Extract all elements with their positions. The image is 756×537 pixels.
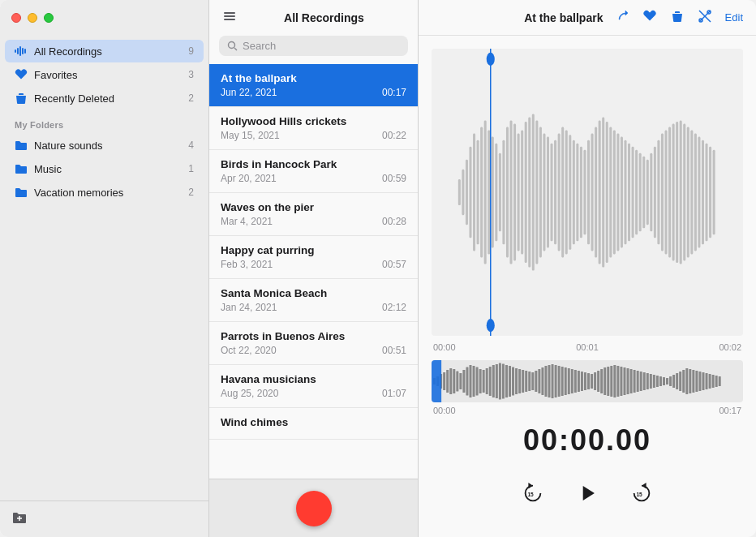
recording-duration: 02:12 xyxy=(382,302,406,313)
minimize-button[interactable] xyxy=(28,13,37,23)
sidebar-item-music[interactable]: Music 1 xyxy=(5,157,204,180)
record-button[interactable] xyxy=(296,491,332,526)
main-waveform[interactable] xyxy=(432,49,743,336)
svg-rect-152 xyxy=(640,372,642,391)
svg-rect-158 xyxy=(659,376,662,386)
play-button[interactable] xyxy=(569,475,605,511)
svg-rect-93 xyxy=(446,370,449,393)
favorite-button[interactable] xyxy=(642,9,657,27)
svg-rect-58 xyxy=(613,131,616,255)
svg-rect-161 xyxy=(669,376,672,386)
svg-rect-176 xyxy=(719,376,721,386)
recording-item-hancock[interactable]: Birds in Hancock Park Apr 20, 2021 00:59 xyxy=(209,150,418,193)
mini-waveform[interactable] xyxy=(432,360,743,402)
svg-rect-74 xyxy=(672,124,675,261)
svg-rect-52 xyxy=(591,134,594,251)
recording-item-windchimes[interactable]: Wind chimes xyxy=(209,408,418,440)
recordings-list: At the ballpark Jun 22, 2021 00:17 Holly… xyxy=(209,64,418,479)
svg-rect-135 xyxy=(584,372,586,390)
svg-rect-149 xyxy=(630,369,633,393)
recording-duration: 00:51 xyxy=(382,345,406,356)
svg-rect-114 xyxy=(515,368,518,394)
svg-rect-116 xyxy=(522,370,524,393)
svg-rect-54 xyxy=(599,121,601,264)
svg-rect-126 xyxy=(555,365,557,397)
edit-button[interactable]: Edit xyxy=(725,11,743,24)
recording-item-cat[interactable]: Happy cat purring Feb 3, 2021 00:57 xyxy=(209,236,418,279)
svg-rect-141 xyxy=(604,367,606,395)
svg-rect-143 xyxy=(610,366,612,397)
sidebar-item-recently-deleted[interactable]: Recently Deleted 2 xyxy=(5,87,204,110)
recording-date: Mar 4, 2021 xyxy=(221,216,273,227)
svg-rect-47 xyxy=(573,140,575,245)
svg-rect-110 xyxy=(502,364,505,399)
sidebar-item-favorites[interactable]: Favorites 3 xyxy=(5,63,204,86)
svg-rect-168 xyxy=(692,370,694,393)
vacation-memories-label: Vacation memories xyxy=(34,187,188,199)
svg-rect-73 xyxy=(668,127,671,258)
folder-vacation-icon xyxy=(15,186,28,199)
right-titlebar: At the ballpark xyxy=(419,0,756,36)
recording-meta: May 15, 2021 00:22 xyxy=(221,130,406,141)
svg-rect-28 xyxy=(502,140,505,245)
sidebar-item-vacation-memories[interactable]: Vacation memories 2 xyxy=(5,181,204,204)
recording-meta: Aug 25, 2020 01:07 xyxy=(221,388,406,399)
recording-date: Feb 3, 2021 xyxy=(221,259,273,270)
svg-rect-150 xyxy=(634,370,636,393)
recording-duration: 00:57 xyxy=(382,259,406,270)
delete-button[interactable] xyxy=(670,9,685,27)
svg-text:15: 15 xyxy=(636,492,642,497)
svg-rect-106 xyxy=(489,367,492,396)
recording-item-crickets[interactable]: Hollywood Hills crickets May 15, 2021 00… xyxy=(209,107,418,150)
recording-item-havana[interactable]: Havana musicians Aug 25, 2020 01:07 xyxy=(209,365,418,408)
recording-duration: 00:22 xyxy=(382,130,406,141)
svg-point-87 xyxy=(487,53,495,66)
close-button[interactable] xyxy=(11,13,21,23)
maximize-button[interactable] xyxy=(44,13,54,23)
right-actions: Edit xyxy=(615,9,743,27)
new-folder-button[interactable] xyxy=(11,509,28,529)
svg-rect-42 xyxy=(554,140,556,245)
sidebar-toggle-button[interactable] xyxy=(219,6,240,30)
svg-rect-157 xyxy=(656,376,659,387)
recording-title: Waves on the pier xyxy=(221,201,406,213)
share-button[interactable] xyxy=(615,9,629,27)
recording-item-ballpark[interactable]: At the ballpark Jun 22, 2021 00:17 xyxy=(209,64,418,107)
sidebar-item-all-recordings[interactable]: All Recordings 9 xyxy=(5,40,204,62)
recording-title: At the ballpark xyxy=(221,72,406,84)
svg-rect-72 xyxy=(664,131,667,255)
recording-title: Happy cat purring xyxy=(221,244,406,256)
recording-item-beach[interactable]: Santa Monica Beach Jan 24, 2021 02:12 xyxy=(209,279,418,322)
recording-title: Hollywood Hills crickets xyxy=(221,115,406,127)
svg-rect-145 xyxy=(616,366,619,397)
svg-rect-3 xyxy=(22,48,24,54)
svg-rect-115 xyxy=(518,369,521,393)
mini-waveform-svg xyxy=(432,360,743,402)
svg-point-88 xyxy=(487,319,495,332)
skip-forward-button[interactable]: 15 xyxy=(629,481,654,505)
svg-rect-81 xyxy=(698,137,700,248)
svg-rect-170 xyxy=(698,372,701,391)
time-mid1: 00:01 xyxy=(576,342,599,352)
recording-item-parrots[interactable]: Parrots in Buenos Aires Oct 22, 2020 00:… xyxy=(209,322,418,365)
search-input[interactable] xyxy=(243,40,400,52)
svg-rect-177 xyxy=(432,360,441,402)
skip-back-button[interactable]: 15 xyxy=(521,481,545,505)
recording-item-pier[interactable]: Waves on the pier Mar 4, 2021 00:28 xyxy=(209,193,418,236)
recording-meta: Feb 3, 2021 00:57 xyxy=(221,259,406,270)
svg-rect-78 xyxy=(687,127,689,258)
svg-rect-60 xyxy=(621,137,623,248)
svg-rect-61 xyxy=(624,140,626,245)
search-bar[interactable] xyxy=(219,36,408,56)
trash-icon xyxy=(15,92,28,105)
svg-rect-96 xyxy=(456,372,458,392)
svg-rect-155 xyxy=(650,374,652,389)
svg-point-10 xyxy=(229,42,235,49)
sidebar-item-nature-sounds[interactable]: Nature sounds 4 xyxy=(5,134,204,157)
svg-rect-39 xyxy=(543,134,545,251)
trim-button[interactable] xyxy=(698,9,712,27)
svg-rect-51 xyxy=(587,140,590,245)
music-count: 1 xyxy=(188,163,194,174)
recording-duration: 00:59 xyxy=(382,173,406,184)
svg-rect-55 xyxy=(602,117,604,267)
